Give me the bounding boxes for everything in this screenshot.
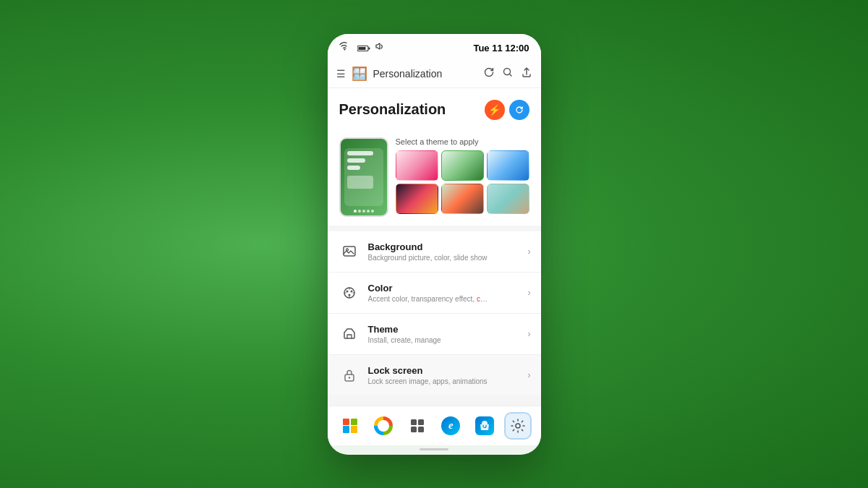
share-icon xyxy=(521,67,532,78)
background-subtitle: Background picture, color, slide show xyxy=(368,254,491,262)
color-chevron: › xyxy=(528,288,531,298)
app-bar-actions xyxy=(483,67,532,80)
svg-point-9 xyxy=(348,294,350,296)
lock-screen-text: Lock screen Lock screen image, apps, ani… xyxy=(368,365,528,385)
svg-rect-2 xyxy=(358,47,365,50)
status-time: Tue 11 12:00 xyxy=(473,43,529,53)
color-highlight: color the... xyxy=(477,295,491,303)
lock-screen-title: Lock screen xyxy=(368,365,528,376)
phone-preview-inner xyxy=(344,148,383,206)
edge-icon: e xyxy=(441,416,460,435)
theme-thumb-landscape[interactable] xyxy=(487,184,529,214)
lock-screen-chevron: › xyxy=(528,370,531,380)
taskbar: e xyxy=(328,406,541,445)
settings-section: Background Background picture, color, sl… xyxy=(328,231,541,395)
background-chevron: › xyxy=(528,247,531,257)
svg-rect-4 xyxy=(344,247,355,256)
lock-screen-item[interactable]: Lock screen Lock screen image, apps, ani… xyxy=(328,355,541,395)
theme-subtitle: Install, create, manage xyxy=(368,336,491,344)
theme-thumb-pink[interactable] xyxy=(396,150,438,181)
snap-layouts-icon xyxy=(409,418,425,434)
header-badges: ⚡ xyxy=(485,100,529,120)
win-sq-tl xyxy=(343,419,349,425)
preview-line-1 xyxy=(347,151,374,155)
theme-palette-icon xyxy=(342,327,357,341)
svg-rect-12 xyxy=(411,419,417,425)
copilot-button[interactable] xyxy=(371,414,396,438)
page-header: Personalization ⚡ xyxy=(328,88,541,129)
status-bar: Tue 11 12:00 xyxy=(328,34,541,60)
preview-dot-4 xyxy=(367,210,370,213)
color-palette-icon xyxy=(342,286,357,300)
lock-screen-subtitle: Lock screen image, apps, animations xyxy=(368,377,491,385)
preview-dot-1 xyxy=(354,210,357,213)
theme-title: Theme xyxy=(368,324,528,335)
color-title: Color xyxy=(368,283,528,294)
battery-icon xyxy=(357,45,370,52)
settings-button[interactable] xyxy=(506,414,530,438)
preview-dots xyxy=(354,210,374,213)
hamburger-menu-button[interactable]: ☰ xyxy=(336,68,346,80)
lock-icon xyxy=(342,368,357,382)
preview-line-3 xyxy=(347,166,360,170)
theme-thumb-blue[interactable] xyxy=(487,150,529,181)
theme-grid xyxy=(396,150,529,214)
theme-chevron: › xyxy=(528,329,531,339)
theme-grid-area: Select a theme to apply xyxy=(396,137,529,214)
volume-icon xyxy=(374,41,388,56)
svg-point-11 xyxy=(348,377,349,378)
preview-block xyxy=(347,176,374,189)
theme-thumb-green[interactable] xyxy=(441,150,484,181)
store-icon xyxy=(475,416,494,435)
theme-thumb-mountain[interactable] xyxy=(441,184,484,214)
copilot-icon xyxy=(374,416,393,435)
win-sq-br xyxy=(351,426,357,432)
svg-rect-14 xyxy=(411,427,417,432)
share-button[interactable] xyxy=(521,67,532,80)
color-item[interactable]: Color Accent color, transparency effect,… xyxy=(328,273,541,314)
app-bar: ☰ 🪟 Personalization xyxy=(328,60,541,88)
win-sq-bl xyxy=(343,426,349,432)
background-title: Background xyxy=(368,241,528,252)
refresh-icon xyxy=(483,67,495,78)
color-icon xyxy=(338,281,361,304)
search-button[interactable] xyxy=(502,67,514,80)
svg-rect-13 xyxy=(418,419,424,425)
preview-dot-2 xyxy=(358,210,361,213)
preview-line-2 xyxy=(347,158,365,163)
main-content: Personalization ⚡ xyxy=(328,88,541,406)
refresh-button[interactable] xyxy=(483,67,495,80)
background-item[interactable]: Background Background picture, color, sl… xyxy=(328,231,541,273)
win-sq-tr xyxy=(351,419,357,425)
store-bag-icon xyxy=(479,420,490,432)
phone-preview xyxy=(339,137,388,217)
svg-rect-15 xyxy=(418,427,424,432)
theme-thumb-sunset[interactable] xyxy=(396,184,438,214)
phone-frame: Tue 11 12:00 ☰ 🪟 Personalization xyxy=(328,34,541,455)
sync-badge[interactable] xyxy=(509,100,529,120)
background-text: Background Background picture, color, sl… xyxy=(368,241,528,262)
image-icon xyxy=(342,244,357,259)
snap-layouts-button[interactable] xyxy=(405,414,430,438)
theme-text: Theme Install, create, manage xyxy=(368,324,528,344)
preview-dot-3 xyxy=(362,210,365,213)
lightning-badge[interactable]: ⚡ xyxy=(485,100,505,120)
store-button[interactable] xyxy=(472,414,497,438)
svg-rect-1 xyxy=(368,47,370,49)
svg-point-7 xyxy=(346,290,348,292)
color-subtitle: Accent color, transparency effect, color… xyxy=(368,295,491,303)
start-button[interactable] xyxy=(338,414,362,438)
copilot-inner xyxy=(378,420,389,432)
color-text: Color Accent color, transparency effect,… xyxy=(368,283,528,303)
theme-item[interactable]: Theme Install, create, manage › xyxy=(328,314,541,355)
search-icon xyxy=(502,67,514,78)
settings-gear-icon xyxy=(510,418,526,434)
theme-preview-section: Select a theme to apply xyxy=(328,129,541,226)
sync-icon xyxy=(514,105,524,115)
edge-button[interactable]: e xyxy=(438,414,463,438)
svg-point-16 xyxy=(516,424,520,428)
app-bar-title: Personalization xyxy=(373,68,477,80)
theme-icon xyxy=(338,322,361,346)
preview-dot-5 xyxy=(371,210,374,213)
app-logo-icon: 🪟 xyxy=(352,66,367,82)
